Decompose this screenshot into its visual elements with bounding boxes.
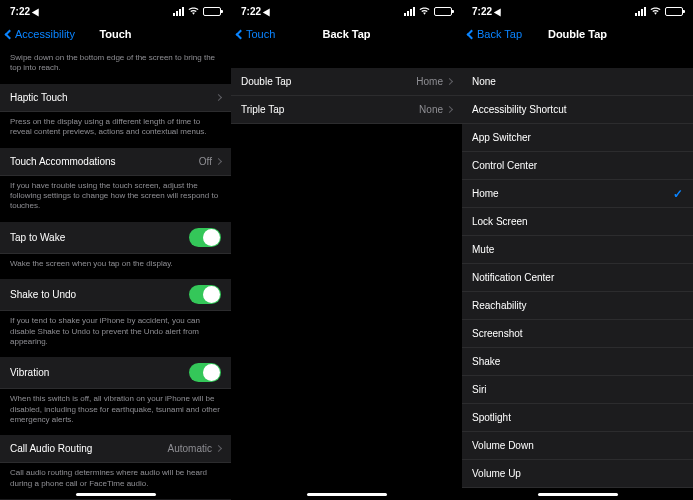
chevron-left-icon	[236, 29, 246, 39]
status-time: 7:22	[472, 6, 492, 17]
option-label: None	[472, 76, 496, 87]
status-bar: 7:22	[0, 0, 231, 20]
option-row[interactable]: App Switcher	[462, 124, 693, 152]
option-row[interactable]: Siri	[462, 376, 693, 404]
page-title: Back Tap	[322, 28, 370, 40]
page-title: Touch	[99, 28, 131, 40]
row-label: Call Audio Routing	[10, 443, 92, 454]
content: NoneAccessibility ShortcutApp SwitcherCo…	[462, 48, 693, 500]
chevron-left-icon	[467, 29, 477, 39]
option-row[interactable]: Control Center	[462, 152, 693, 180]
option-label: Control Center	[472, 160, 537, 171]
row-haptic-touch[interactable]: Haptic Touch	[0, 84, 231, 112]
screen-touch: 7:22 Accessibility Touch Swipe down on t…	[0, 0, 231, 500]
status-bar: 7:22	[462, 0, 693, 20]
option-label: Shake	[472, 356, 500, 367]
nav-bar: Accessibility Touch	[0, 20, 231, 48]
option-label: Siri	[472, 384, 486, 395]
back-button[interactable]: Accessibility	[6, 28, 75, 40]
status-time: 7:22	[241, 6, 261, 17]
battery-icon	[665, 7, 683, 16]
row-label: Vibration	[10, 367, 49, 378]
location-icon	[494, 6, 504, 16]
wifi-icon	[650, 7, 661, 15]
option-label: App Switcher	[472, 132, 531, 143]
row-value-text: Home	[416, 76, 443, 87]
option-row[interactable]: Screenshot	[462, 320, 693, 348]
wifi-icon	[188, 7, 199, 15]
option-label: Spotlight	[472, 412, 511, 423]
back-label: Back Tap	[477, 28, 522, 40]
row-triple-tap[interactable]: Triple Tap None	[231, 96, 462, 124]
option-label: Screenshot	[472, 328, 523, 339]
page-title: Double Tap	[548, 28, 607, 40]
location-icon	[32, 6, 42, 16]
option-row[interactable]: Volume Up	[462, 460, 693, 488]
row-call-audio-routing[interactable]: Call Audio Routing Automatic	[0, 435, 231, 463]
option-row[interactable]: Shake	[462, 348, 693, 376]
row-tap-to-wake[interactable]: Tap to Wake	[0, 222, 231, 254]
battery-icon	[203, 7, 221, 16]
content: Double Tap Home Triple Tap None	[231, 48, 462, 500]
touch-accommodations-footer: If you have trouble using the touch scre…	[0, 176, 231, 222]
nav-bar: Touch Back Tap	[231, 20, 462, 48]
row-label: Haptic Touch	[10, 92, 68, 103]
option-label: Volume Down	[472, 440, 534, 451]
back-button[interactable]: Touch	[237, 28, 275, 40]
shake-to-undo-footer: If you tend to shake your iPhone by acci…	[0, 311, 231, 357]
option-row[interactable]: Home✓	[462, 180, 693, 208]
reachability-footer: Swipe down on the bottom edge of the scr…	[0, 48, 231, 84]
signal-icon	[635, 7, 646, 16]
option-row[interactable]: Volume Down	[462, 432, 693, 460]
option-row[interactable]: Notification Center	[462, 264, 693, 292]
option-row[interactable]: Lock Screen	[462, 208, 693, 236]
home-indicator[interactable]	[76, 493, 156, 496]
row-label: Triple Tap	[241, 104, 284, 115]
status-time: 7:22	[10, 6, 30, 17]
signal-icon	[404, 7, 415, 16]
row-label: Tap to Wake	[10, 232, 65, 243]
row-label: Double Tap	[241, 76, 291, 87]
option-row[interactable]: Spotlight	[462, 404, 693, 432]
row-touch-accommodations[interactable]: Touch Accommodations Off	[0, 148, 231, 176]
chevron-left-icon	[5, 29, 15, 39]
chevron-right-icon	[215, 445, 222, 452]
row-shake-to-undo[interactable]: Shake to Undo	[0, 279, 231, 311]
row-label: Touch Accommodations	[10, 156, 116, 167]
option-row[interactable]: Mute	[462, 236, 693, 264]
chevron-right-icon	[215, 158, 222, 165]
checkmark-icon: ✓	[673, 187, 683, 201]
option-row[interactable]: Accessibility Shortcut	[462, 96, 693, 124]
row-double-tap[interactable]: Double Tap Home	[231, 68, 462, 96]
option-label: Accessibility Shortcut	[472, 104, 566, 115]
options-list: NoneAccessibility ShortcutApp SwitcherCo…	[462, 68, 693, 488]
option-label: Lock Screen	[472, 216, 528, 227]
tap-to-wake-footer: Wake the screen when you tap on the disp…	[0, 254, 231, 279]
option-label: Reachability	[472, 300, 526, 311]
back-label: Touch	[246, 28, 275, 40]
option-row[interactable]: Reachability	[462, 292, 693, 320]
vibration-footer: When this switch is off, all vibration o…	[0, 389, 231, 435]
location-icon	[263, 6, 273, 16]
battery-icon	[434, 7, 452, 16]
home-indicator[interactable]	[307, 493, 387, 496]
toggle-switch[interactable]	[189, 285, 221, 304]
screen-double-tap: 7:22 Back Tap Double Tap NoneAccessibili…	[462, 0, 693, 500]
back-label: Accessibility	[15, 28, 75, 40]
chevron-right-icon	[215, 94, 222, 101]
option-row[interactable]: None	[462, 68, 693, 96]
option-label: Home	[472, 188, 499, 199]
row-label: Shake to Undo	[10, 289, 76, 300]
back-button[interactable]: Back Tap	[468, 28, 522, 40]
toggle-switch[interactable]	[189, 228, 221, 247]
status-bar: 7:22	[231, 0, 462, 20]
signal-icon	[173, 7, 184, 16]
home-indicator[interactable]	[538, 493, 618, 496]
row-value-text: Automatic	[168, 443, 212, 454]
option-label: Volume Up	[472, 468, 521, 479]
haptic-footer: Press on the display using a different l…	[0, 112, 231, 148]
chevron-right-icon	[446, 106, 453, 113]
toggle-switch[interactable]	[189, 363, 221, 382]
row-vibration[interactable]: Vibration	[0, 357, 231, 389]
wifi-icon	[419, 7, 430, 15]
